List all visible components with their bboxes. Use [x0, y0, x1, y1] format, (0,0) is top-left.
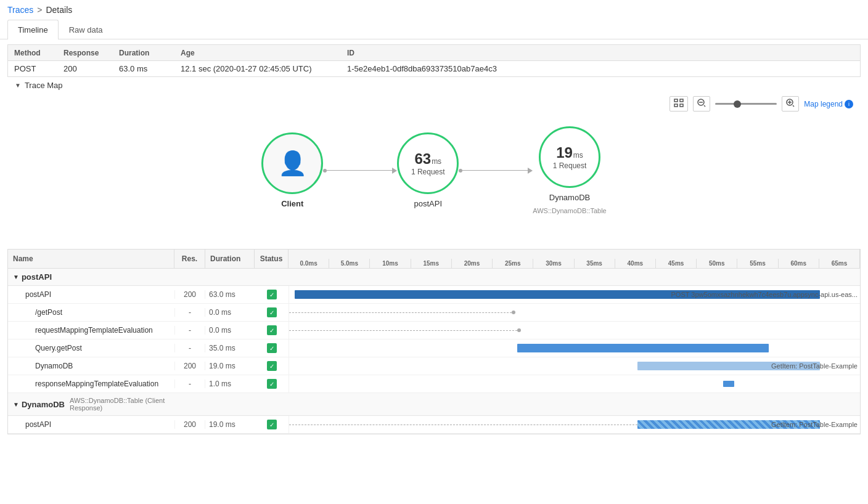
dashed-line	[289, 330, 517, 331]
row-status-rmte: ✓	[255, 325, 289, 335]
breadcrumb-separator: >	[37, 5, 42, 15]
mark-30: 30ms	[533, 259, 573, 268]
table-row: /getPost - 0.0 ms ✓	[8, 304, 860, 322]
status-ok-icon: ✓	[267, 290, 277, 299]
id-header: ID	[341, 45, 860, 60]
mark-5: 5.0ms	[329, 259, 369, 268]
breadcrumb-parent[interactable]: Traces	[7, 5, 33, 15]
row-dur-response-mte: 1.0 ms	[205, 380, 255, 388]
table-row: postAPI 200 63.0 ms ✓ POST 3pw5omxsazhnh…	[8, 286, 860, 304]
dot-marker	[517, 328, 521, 332]
row-dur-getpost: 0.0 ms	[205, 308, 255, 317]
node-client: 👤 Client	[261, 132, 323, 208]
node-postapi: 63 ms 1 Request postAPI	[397, 132, 459, 208]
row-status-postapi: ✓	[255, 290, 289, 299]
group-toggle-arrow-2: ▼	[13, 401, 19, 408]
trace-map-section-header[interactable]: ▼ Trace Map	[7, 77, 861, 94]
svg-rect-1	[680, 99, 683, 102]
row-bar-dynamodb-row: GetItem: PostTable-Example	[289, 357, 860, 375]
trace-map-diagram: 👤 Client 63 ms 1 Request post	[7, 114, 861, 239]
trace-map-controls: Map legend i	[7, 94, 861, 114]
table-row: Query.getPost - 35.0 ms ✓	[8, 339, 860, 357]
mark-20: 20ms	[451, 259, 492, 268]
col-bars-header: 0.0ms 5.0ms 10ms 15ms 20ms 25ms 30ms 35m…	[289, 250, 860, 268]
row-bar-postapi-dynamo: GetItem: PostTable-Example	[289, 416, 860, 433]
mark-35: 35ms	[574, 259, 615, 268]
mark-15: 15ms	[411, 259, 451, 268]
dynamodb-req: 1 Request	[553, 161, 587, 170]
row-res-postapi: 200	[174, 290, 205, 299]
row-status-dynamodb-row: ✓	[255, 361, 289, 371]
row-res-rmte: -	[174, 326, 205, 335]
table-row: postAPI 200 19.0 ms ✓ GetItem: PostTable…	[8, 416, 860, 434]
breadcrumb: Traces > Details	[0, 0, 868, 20]
dynamodb-sublabel: AWS::DynamoDB::Table	[533, 207, 606, 214]
group-toggle-arrow: ▼	[13, 274, 19, 280]
group-dynamodb-badge: AWS::DynamoDB::Table (Client Response)	[70, 397, 170, 412]
mark-10: 10ms	[369, 259, 410, 268]
id-value-cell: 1-5e2e4eb1-0df8dba693373510ab7ae4c3	[341, 61, 860, 76]
postapi-ms: 63	[414, 150, 431, 168]
mark-55: 55ms	[737, 259, 777, 268]
col-status-header: Status	[255, 250, 289, 268]
client-icon: 👤	[278, 150, 307, 177]
row-name-response-mte: responseMappingTemplateEvaluation	[8, 376, 174, 391]
row-res-getpost: -	[174, 308, 205, 317]
table-row: responseMappingTemplateEvaluation - 1.0 …	[8, 375, 860, 393]
postapi-req: 1 Request	[411, 168, 445, 176]
tab-rawdata[interactable]: Raw data	[59, 20, 113, 39]
dynamodb-label: DynamoDB	[549, 193, 590, 202]
duration-header: Duration	[113, 45, 174, 60]
client-circle: 👤	[261, 132, 323, 194]
status-ok-icon: ✓	[267, 420, 277, 429]
trace-map-toggle-arrow: ▼	[15, 82, 21, 89]
row-status-getpost: ✓	[255, 307, 289, 317]
row-bar-querygetpost	[289, 339, 860, 357]
status-ok-icon: ✓	[267, 379, 277, 389]
map-legend-info-icon: i	[845, 100, 853, 108]
timeline-header: Name Res. Duration Status 0.0ms 5.0ms 10…	[8, 250, 860, 269]
breadcrumb-current: Details	[46, 5, 72, 15]
bar-label-postapi-dynamo: GetItem: PostTable-Example	[771, 421, 858, 428]
postapi-circle: 63 ms 1 Request	[397, 132, 459, 194]
dashed-line	[289, 312, 512, 313]
row-dur-postapi-dynamo: 19.0 ms	[205, 420, 255, 429]
row-bar-response-mte	[289, 375, 860, 392]
group-postapi[interactable]: ▼ postAPI	[8, 269, 860, 286]
row-name-getpost: /getPost	[8, 305, 174, 320]
tabs-bar: Timeline Raw data	[0, 20, 868, 39]
row-res-postapi-dynamo: 200	[174, 420, 205, 429]
status-ok-icon: ✓	[267, 361, 277, 371]
arrow-postapi-to-dynamodb	[459, 168, 533, 174]
row-name-dynamodb-row: DynamoDB	[8, 359, 174, 373]
tab-timeline[interactable]: Timeline	[7, 20, 59, 39]
timeline-section: Name Res. Duration Status 0.0ms 5.0ms 10…	[7, 249, 861, 434]
mark-25: 25ms	[492, 259, 533, 268]
status-ok-icon: ✓	[267, 307, 277, 317]
map-legend-link[interactable]: Map legend i	[804, 100, 853, 108]
dynamodb-circle: 19 ms 1 Request	[539, 126, 600, 188]
zoom-slider[interactable]	[715, 103, 777, 105]
age-value-cell: 12.1 sec (2020-01-27 02:45:05 UTC)	[174, 61, 341, 76]
svg-rect-2	[674, 104, 678, 107]
row-name-rmte: requestMappingTemplateEvaluation	[8, 323, 174, 338]
row-dur-rmte: 0.0 ms	[205, 326, 255, 335]
zoom-in-button[interactable]	[782, 96, 799, 112]
col-res-header: Res.	[174, 250, 205, 268]
bar-label-postapi: POST 3pw5omxsazhnhekwh7c4eesb7u.appsync-…	[671, 291, 858, 298]
col-duration-header: Duration	[205, 250, 255, 268]
dashed-line-dynamo	[289, 425, 637, 425]
mark-60: 60ms	[778, 259, 819, 268]
row-name-postapi-dynamo: postAPI	[8, 417, 174, 432]
svg-line-6	[704, 105, 705, 107]
fit-to-view-button[interactable]	[669, 96, 688, 112]
dot-marker	[512, 311, 515, 314]
client-label: Client	[281, 199, 303, 208]
bar-querygetpost	[517, 344, 768, 352]
zoom-out-button[interactable]	[693, 96, 710, 112]
svg-rect-3	[680, 104, 683, 107]
group-dynamodb[interactable]: ▼ DynamoDB AWS::DynamoDB::Table (Client …	[8, 393, 860, 416]
mark-65: 65ms	[819, 259, 859, 268]
mark-50: 50ms	[696, 259, 737, 268]
row-bar-getpost	[289, 304, 860, 321]
